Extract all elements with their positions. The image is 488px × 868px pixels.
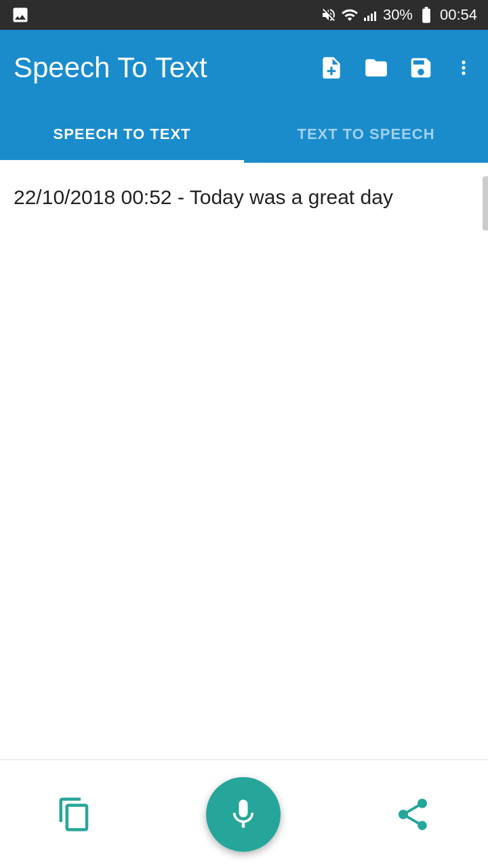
- tab-text-to-speech[interactable]: TEXT TO SPEECH: [244, 106, 488, 163]
- tabs-bar: SPEECH TO TEXT TEXT TO SPEECH: [0, 106, 488, 163]
- svg-rect-0: [364, 18, 366, 21]
- mute-icon: [321, 7, 337, 23]
- app-bar-actions: [319, 55, 474, 81]
- battery-level: 30%: [383, 6, 413, 24]
- more-options-button[interactable]: [453, 55, 474, 81]
- content-area: 22/10/2018 00:52 - Today was a great day: [0, 163, 488, 760]
- battery-icon: [417, 5, 436, 24]
- app-bar: Speech To Text: [0, 30, 488, 106]
- new-file-button[interactable]: [319, 55, 344, 81]
- entry-timestamp: 22/10/2018 00:52: [14, 186, 172, 208]
- tab-speech-to-text[interactable]: SPEECH TO TEXT: [0, 106, 244, 163]
- copy-button[interactable]: [56, 794, 93, 835]
- signal-icon: [363, 7, 379, 23]
- entry-text: Today was a great day: [190, 186, 393, 208]
- svg-rect-3: [374, 12, 376, 21]
- app-title: Speech To Text: [14, 52, 319, 84]
- share-icon: [394, 795, 432, 833]
- wifi-icon: [341, 6, 359, 24]
- open-folder-button[interactable]: [363, 55, 389, 81]
- share-button[interactable]: [394, 795, 432, 833]
- status-bar: 30% 00:54: [0, 0, 488, 30]
- save-button[interactable]: [408, 55, 434, 81]
- status-icons: 30% 00:54: [321, 5, 477, 24]
- list-item: 22/10/2018 00:52 - Today was a great day: [14, 182, 474, 212]
- entry-separator: -: [178, 186, 190, 208]
- scroll-indicator: [483, 176, 488, 231]
- mic-record-button[interactable]: [206, 777, 281, 852]
- svg-rect-2: [371, 14, 373, 21]
- image-icon: [11, 5, 30, 24]
- svg-rect-1: [367, 16, 369, 21]
- clock: 00:54: [440, 6, 477, 24]
- tab-speech-to-text-label: SPEECH TO TEXT: [53, 125, 190, 143]
- mic-icon: [226, 797, 261, 832]
- bottom-bar: [0, 760, 488, 868]
- copy-icon: [56, 794, 93, 835]
- tab-text-to-speech-label: TEXT TO SPEECH: [297, 125, 434, 143]
